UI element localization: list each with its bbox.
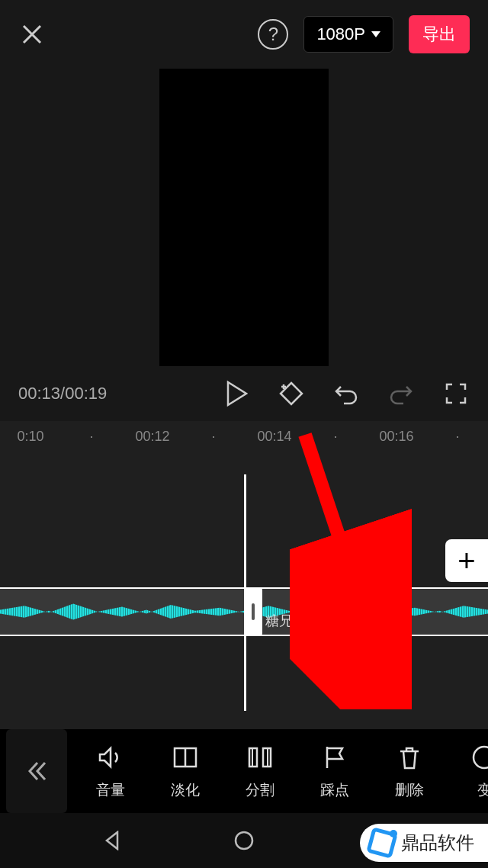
help-button[interactable]: ? (258, 19, 288, 50)
close-button[interactable] (18, 21, 46, 48)
change-icon (469, 742, 488, 773)
play-button[interactable] (223, 380, 250, 407)
trash-icon (394, 742, 425, 773)
chevron-down-icon (371, 31, 380, 37)
video-preview[interactable] (0, 69, 488, 366)
undo-button[interactable] (332, 380, 360, 407)
tool-volume[interactable]: 音量 (73, 742, 148, 800)
nav-home-button[interactable] (230, 827, 258, 854)
watermark-badge: 鼎品软件 (360, 824, 488, 862)
clip-split-handle[interactable] (244, 587, 262, 636)
watermark-logo-icon (369, 830, 395, 856)
fade-icon (170, 742, 201, 773)
resolution-select[interactable]: 1080P (303, 16, 393, 53)
timecode: 00:13/00:19 (18, 384, 107, 403)
timeline-ruler[interactable]: 0:10 · 00:12 · 00:14 · 00:16 · (0, 421, 488, 452)
fullscreen-button[interactable] (442, 380, 470, 407)
tool-beat[interactable]: 踩点 (297, 742, 372, 800)
add-clip-button[interactable]: + (445, 539, 488, 582)
export-button[interactable]: 导出 (409, 15, 470, 53)
flag-icon (319, 742, 350, 773)
tool-change[interactable]: 变 (447, 742, 488, 800)
video-canvas (159, 69, 329, 366)
tool-split[interactable]: 分割 (223, 742, 297, 800)
tool-fade[interactable]: 淡化 (148, 742, 223, 800)
resolution-value: 1080P (316, 24, 365, 44)
keyframe-add-button[interactable] (278, 380, 305, 407)
svg-point-5 (474, 747, 488, 768)
volume-icon (95, 742, 126, 773)
playhead[interactable] (244, 474, 246, 711)
timeline-area[interactable]: 糖兄创作的原声 + (0, 452, 488, 734)
nav-back-button[interactable] (98, 827, 126, 854)
clip-label: 糖兄创作的原声 (265, 612, 361, 630)
redo-button[interactable] (387, 380, 415, 407)
collapse-toolbar-button[interactable] (6, 729, 67, 813)
tool-delete[interactable]: 删除 (372, 742, 447, 800)
svg-point-6 (236, 832, 252, 849)
split-icon (245, 742, 275, 773)
